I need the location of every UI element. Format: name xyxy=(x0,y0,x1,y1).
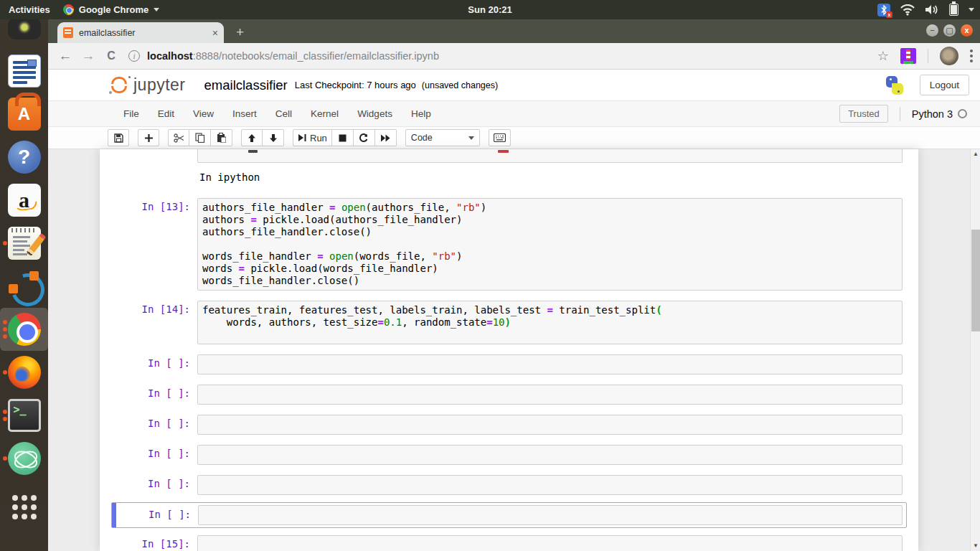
bluetooth-off-badge: x xyxy=(886,11,892,18)
jupyter-brand[interactable]: jupyter xyxy=(133,75,186,95)
scrollbar-thumb[interactable] xyxy=(971,230,980,331)
scrollbar[interactable]: ▲ ▼ xyxy=(970,149,980,551)
cut-cell-button[interactable] xyxy=(168,129,189,146)
dock-item-atom[interactable] xyxy=(0,437,48,480)
save-button[interactable] xyxy=(108,129,129,146)
url-host: localhost xyxy=(147,50,193,62)
window-maximize-button[interactable]: ▢ xyxy=(943,24,956,37)
libreoffice-writer-icon xyxy=(8,55,41,88)
menu-item-cell[interactable]: Cell xyxy=(266,108,301,119)
notebook-cell[interactable]: In [15]: xyxy=(100,530,918,551)
markdown-text: In ipython xyxy=(199,171,918,183)
notebook-cell-clipped[interactable] xyxy=(100,149,918,163)
forward-button[interactable]: → xyxy=(77,48,100,64)
unsaved-status: (unsaved changes) xyxy=(422,80,498,90)
app-menu[interactable]: Google Chrome xyxy=(63,4,160,15)
cell-type-select[interactable]: Code xyxy=(405,129,480,146)
dock-item-terminal[interactable]: >_ xyxy=(0,394,48,437)
dock-item-sync-app[interactable] xyxy=(0,265,48,308)
wifi-icon[interactable] xyxy=(900,4,915,16)
new-tab-button[interactable]: + xyxy=(236,24,244,40)
dock-item-top-app[interactable] xyxy=(0,19,48,50)
menu-item-edit[interactable]: Edit xyxy=(149,108,184,119)
back-button[interactable]: ← xyxy=(54,48,77,64)
cell-input[interactable] xyxy=(197,475,903,495)
dock-item-amazon[interactable]: a xyxy=(0,179,48,222)
cell-input[interactable] xyxy=(197,149,903,163)
menu-item-widgets[interactable]: Widgets xyxy=(348,108,402,119)
tab-close-icon[interactable]: × xyxy=(212,28,218,38)
window-minimize-button[interactable]: − xyxy=(926,24,938,37)
cell-prompt: In [13]: xyxy=(100,201,190,212)
clock[interactable]: Sun 20:21 xyxy=(468,4,512,15)
cell-input[interactable] xyxy=(197,385,903,405)
notebook-cell-selected[interactable]: In [ ]: xyxy=(111,502,907,528)
interrupt-kernel-button[interactable] xyxy=(332,129,354,146)
copy-cell-button[interactable] xyxy=(189,129,211,146)
trusted-badge[interactable]: Trusted xyxy=(839,105,888,123)
move-cell-down-button[interactable] xyxy=(263,129,284,146)
window-close-button[interactable]: x xyxy=(961,24,973,37)
menu-item-insert[interactable]: Insert xyxy=(223,108,266,119)
dock-item-show-applications[interactable] xyxy=(0,486,48,529)
dock-item-text-editor[interactable] xyxy=(0,222,48,265)
scroll-up-icon[interactable]: ▲ xyxy=(971,149,980,159)
bluetooth-icon[interactable]: x xyxy=(877,4,890,17)
battery-icon[interactable] xyxy=(949,4,958,16)
address-bar[interactable]: localhost:8888/notebooks/email_classifie… xyxy=(147,50,439,62)
add-cell-button[interactable] xyxy=(138,129,159,146)
cell-input[interactable] xyxy=(197,445,903,465)
notebook-cell[interactable]: In [14]:features_train, features_test, l… xyxy=(100,296,918,349)
cell-input[interactable] xyxy=(197,354,903,375)
bookmark-star-icon[interactable]: ☆ xyxy=(877,48,889,64)
restart-kernel-button[interactable] xyxy=(354,129,375,146)
system-menu-caret-icon[interactable] xyxy=(969,8,974,11)
notebook-cell[interactable]: In [ ]: xyxy=(100,410,918,440)
activities-button[interactable]: Activities xyxy=(9,4,50,15)
paste-cell-button[interactable] xyxy=(211,129,232,146)
dock-item-firefox[interactable] xyxy=(0,351,48,394)
menu-item-kernel[interactable]: Kernel xyxy=(301,108,348,119)
kernel-idle-icon xyxy=(958,109,967,118)
notebook-cell[interactable]: In [ ]: xyxy=(100,380,918,410)
site-info-icon[interactable]: i xyxy=(128,50,140,62)
restart-run-all-button[interactable] xyxy=(375,129,397,146)
move-cell-up-button[interactable] xyxy=(241,129,263,146)
jupyter-logo-icon[interactable] xyxy=(109,75,131,95)
notebook-cell[interactable]: In [ ]: xyxy=(100,440,918,470)
tab-emailclassifier[interactable]: emailclassifier × xyxy=(57,22,224,43)
scroll-down-icon[interactable]: ▼ xyxy=(971,541,980,551)
app-icon-partial xyxy=(8,18,41,39)
notebook-cell[interactable]: In [13]:authors_file_handler = open(auth… xyxy=(100,193,918,296)
extension-icon[interactable] xyxy=(900,48,916,64)
menu-item-file[interactable]: File xyxy=(114,108,149,119)
profile-avatar[interactable] xyxy=(940,47,958,65)
dock-item-libreoffice-writer[interactable] xyxy=(0,50,48,93)
command-palette-button[interactable] xyxy=(489,129,511,146)
reload-button[interactable]: C xyxy=(100,50,123,62)
cell-input[interactable] xyxy=(197,535,903,551)
tab-title: emailclassifier xyxy=(79,28,207,38)
menu-item-help[interactable]: Help xyxy=(402,108,440,119)
dock-item-help[interactable]: ? xyxy=(0,136,48,179)
jupyter-header: jupyter emailclassifier Last Checkpoint:… xyxy=(48,70,980,100)
dock-item-ubuntu-software[interactable]: A xyxy=(0,93,48,136)
cell-input[interactable] xyxy=(198,505,903,525)
dock-item-google-chrome[interactable] xyxy=(0,308,48,351)
menu-item-view[interactable]: View xyxy=(184,108,223,119)
cell-prompt: In [ ]: xyxy=(100,357,190,369)
cell-prompt: In [ ]: xyxy=(100,448,190,459)
tab-strip: emailclassifier × + − ▢ x xyxy=(48,19,980,43)
notebook-cell-markdown[interactable]: In ipython xyxy=(100,163,918,193)
notebook-title[interactable]: emailclassifier xyxy=(204,77,288,93)
notebook-cell[interactable]: In [ ]: xyxy=(100,349,918,380)
volume-icon[interactable] xyxy=(925,4,939,16)
browser-menu-icon[interactable] xyxy=(970,50,973,62)
run-cell-button[interactable]: Run xyxy=(293,129,332,146)
cell-input[interactable]: features_train, features_test, labels_tr… xyxy=(197,301,903,344)
notebook-cell[interactable]: In [ ]: xyxy=(100,470,918,500)
cell-input[interactable]: authors_file_handler = open(authors_file… xyxy=(197,198,903,291)
cell-input[interactable] xyxy=(197,415,903,435)
url-path: :8888/notebooks/email_classifier/emailcl… xyxy=(193,50,439,62)
logout-button[interactable]: Logout xyxy=(920,75,969,95)
